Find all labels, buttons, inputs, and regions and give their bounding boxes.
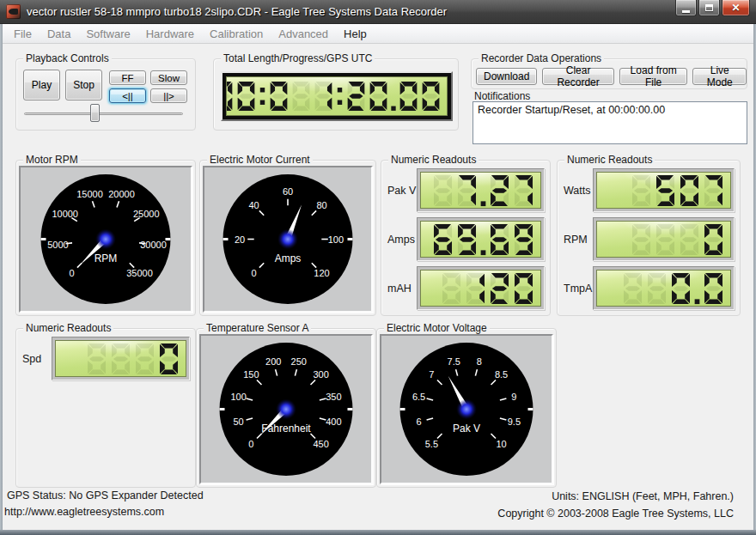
svg-text:35000: 35000 <box>126 268 153 278</box>
groupbox-motor-rpm: Motor RPM 050001000015000200002500030000… <box>15 160 196 316</box>
lcd-digit <box>313 80 334 112</box>
download-button[interactable]: Download <box>476 68 537 85</box>
live-mode-button[interactable]: Live Mode <box>692 68 747 85</box>
stop-button[interactable]: Stop <box>65 70 102 100</box>
svg-text:0: 0 <box>251 268 256 278</box>
menu-item-file[interactable]: File <box>6 25 40 43</box>
gauge-temperature: 050100150200250300350400450Fahrenheit <box>199 334 373 484</box>
lcd-digit <box>431 173 454 208</box>
lcd-digit <box>512 271 535 306</box>
menu-item-calibration[interactable]: Calibration <box>202 25 271 43</box>
groupbox-numeric-readouts-2: Numeric Readouts WattsRPMTmpA <box>557 160 741 316</box>
svg-text:400: 400 <box>326 416 341 427</box>
clear-recorder-button[interactable]: Clear Recorder <box>542 68 613 85</box>
lcd-digit <box>678 222 701 257</box>
minimize-button[interactable] <box>675 0 697 16</box>
gauge-face: 05000100001500020000250003000035000RPM <box>21 167 191 311</box>
readout-row: Amps <box>385 217 545 261</box>
lcd-digit <box>630 173 653 208</box>
lcd-digit <box>85 342 108 376</box>
load-from-file-button[interactable]: Load from File <box>619 68 688 85</box>
gauge-motor-rpm: 05000100001500020000250003000035000RPM <box>19 166 192 313</box>
lcd-screen <box>55 340 186 377</box>
menu-item-advanced[interactable]: Advanced <box>271 25 336 43</box>
svg-text:150: 150 <box>243 369 259 380</box>
menu-item-help[interactable]: Help <box>336 25 375 43</box>
menu-item-hardware[interactable]: Hardware <box>138 25 202 43</box>
notification-message: Recorder Startup/Reset, at 00:00:00.00 <box>478 104 665 116</box>
groupbox-numeric-readouts-3: Numeric Readouts Spd <box>15 328 196 488</box>
window-frame-bottom <box>0 530 756 535</box>
notifications-box[interactable]: Recorder Startup/Reset, at 00:00:00.00 <box>472 101 747 144</box>
step-forward-button[interactable]: ||> <box>150 88 187 103</box>
lcd-screen <box>596 221 731 258</box>
lcd-digit <box>268 80 290 112</box>
lcd-digit <box>702 222 725 257</box>
step-back-button[interactable]: <|| <box>109 88 146 103</box>
menu-item-software[interactable]: Software <box>78 25 137 43</box>
lcd-colon <box>335 80 344 112</box>
svg-text:25000: 25000 <box>133 209 160 219</box>
svg-text:30000: 30000 <box>140 240 167 250</box>
readout-label: mAH <box>385 283 417 295</box>
units-text: Units: ENGLISH (Feet, MPH, Fahren.) <box>552 490 734 502</box>
svg-text:350: 350 <box>326 392 341 402</box>
lcd-decimal-point <box>693 271 701 306</box>
website-url-text: http://www.eagletreesystems.com <box>4 506 164 518</box>
groupbox-label: Electric Motor Voltage <box>384 322 490 334</box>
lcd-digit <box>157 342 180 376</box>
groupbox-label: Numeric Readouts <box>388 154 479 166</box>
lcd-digit <box>345 80 367 112</box>
lcd-digit <box>109 342 132 376</box>
lcd-digit <box>488 173 511 208</box>
window-title: vector rustler 58-18 mmpro turbo18 2slip… <box>27 5 447 18</box>
readout-row: mAH <box>385 266 545 310</box>
lcd-display-spd <box>52 337 190 380</box>
slow-button[interactable]: Slow <box>150 70 187 85</box>
playback-slider-thumb[interactable] <box>90 104 100 122</box>
lcd-decimal-point <box>390 80 397 112</box>
fast-forward-button[interactable]: FF <box>109 70 146 85</box>
lcd-colon <box>258 80 267 112</box>
maximize-button[interactable] <box>698 0 720 16</box>
menu-item-data[interactable]: Data <box>40 25 78 43</box>
lcd-screen <box>420 172 541 209</box>
svg-text:Fahrenheit: Fahrenheit <box>261 423 311 435</box>
svg-text:10000: 10000 <box>52 209 78 219</box>
svg-text:9: 9 <box>511 392 516 402</box>
close-button[interactable]: ✕ <box>722 0 750 16</box>
svg-text:0: 0 <box>69 268 74 278</box>
close-icon: ✕ <box>731 2 740 14</box>
lcd-digit <box>455 173 479 208</box>
gps-status-text: GPS Status: No GPS Expander Detected <box>7 489 204 502</box>
groupbox-motor-current: Electric Motor Current 020406080100120Am… <box>199 160 376 316</box>
playback-slider-track[interactable] <box>24 112 183 115</box>
lcd-digit <box>512 173 535 208</box>
lcd-display-watts <box>593 168 735 212</box>
svg-text:RPM: RPM <box>94 252 118 264</box>
svg-text:250: 250 <box>291 356 307 367</box>
readout-label: TmpA <box>561 283 593 295</box>
svg-text:60: 60 <box>283 186 293 197</box>
lcd-digit <box>630 222 653 257</box>
lcd-decimal-point <box>479 222 487 257</box>
lcd-digit <box>226 80 235 112</box>
lcd-digit <box>512 222 535 257</box>
lcd-digit <box>669 271 692 306</box>
groupbox-label: Electric Motor Current <box>207 154 313 166</box>
lcd-digit <box>440 271 463 306</box>
lcd-display-tmpa <box>593 266 735 310</box>
svg-text:8: 8 <box>477 356 482 367</box>
play-button[interactable]: Play <box>23 70 60 100</box>
svg-text:8.5: 8.5 <box>495 369 508 380</box>
groupbox-motor-voltage: Electric Motor Voltage 5.566.577.588.599… <box>376 328 557 488</box>
svg-text:6: 6 <box>417 416 422 427</box>
lcd-digit <box>464 271 487 306</box>
lcd-digit <box>702 173 725 208</box>
titlebar: vector rustler 58-18 mmpro turbo18 2slip… <box>0 0 756 24</box>
lcd-decimal-point <box>479 173 487 208</box>
menubar: FileDataSoftwareHardwareCalibrationAdvan… <box>3 24 753 44</box>
app-icon <box>6 4 21 19</box>
copyright-text: Copyright © 2003-2008 Eagle Tree Systems… <box>497 508 734 520</box>
readout-label: Amps <box>385 234 417 246</box>
